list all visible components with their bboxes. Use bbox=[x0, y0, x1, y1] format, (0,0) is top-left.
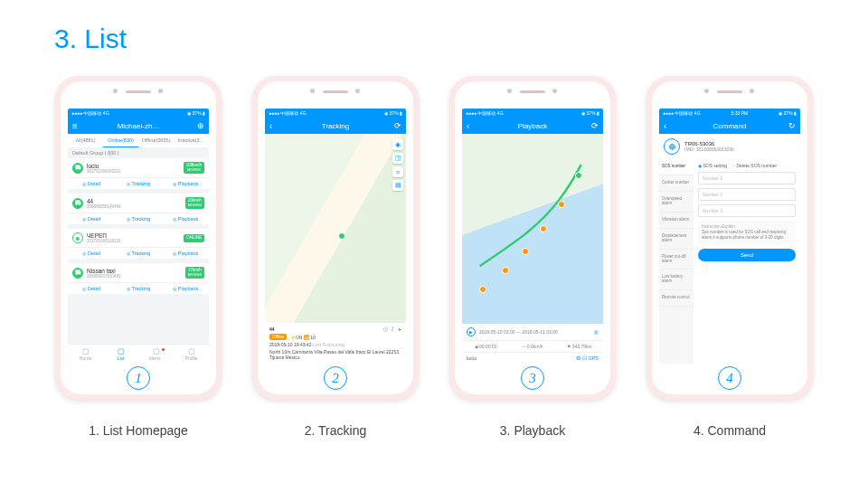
number-3-input[interactable]: Number 3 bbox=[698, 204, 796, 217]
sidebar-item-overspeed[interactable]: Overspeed alarm bbox=[659, 192, 693, 213]
detail-button[interactable]: Detail bbox=[68, 213, 115, 224]
send-button[interactable]: Send bbox=[698, 249, 796, 261]
car-icon: ⛟ bbox=[72, 268, 83, 279]
number-1-input[interactable]: Number 1 bbox=[698, 172, 796, 184]
detail-button[interactable]: Detail bbox=[68, 248, 115, 259]
street-icon[interactable]: ▤ bbox=[392, 180, 403, 191]
share-icon[interactable]: ⤴ bbox=[392, 326, 394, 332]
status-tabs: All(4881) Online(830) Offline(2055) Inac… bbox=[68, 134, 209, 147]
route-start bbox=[575, 172, 582, 179]
screen-command: ●●●● 中国移动 4G5:33 PM◉ 37% ▮ ‹ Command ↻ ☸… bbox=[659, 109, 800, 364]
offline-badge: Offline bbox=[269, 334, 287, 340]
sidebar-item-sos[interactable]: SOS number bbox=[659, 159, 693, 175]
home-button-4[interactable]: 4 bbox=[718, 366, 741, 390]
history-icon[interactable]: ↻ bbox=[788, 121, 796, 130]
map-view[interactable] bbox=[462, 134, 603, 324]
bottom-nav: Home List Alerts Profile bbox=[68, 344, 209, 364]
detail-button[interactable]: Detail bbox=[68, 283, 115, 294]
header-title: Playback bbox=[518, 122, 547, 130]
tab-all[interactable]: All(4881) bbox=[68, 134, 103, 147]
item-name: lucio353701090042331 bbox=[87, 163, 180, 174]
caption-3: 3. Playback bbox=[500, 423, 565, 438]
layers-icon[interactable]: ◫ bbox=[392, 153, 403, 164]
info-icon[interactable]: ⓘ bbox=[383, 326, 388, 332]
playback-button[interactable]: Playback bbox=[162, 178, 209, 189]
status-badge: 108km/hMOVING bbox=[184, 162, 204, 174]
back-icon[interactable]: ‹ bbox=[467, 121, 469, 131]
sidebar-item-lowbatt[interactable]: Low battery alarm bbox=[659, 270, 693, 290]
caption-2: 2. Tracking bbox=[305, 423, 366, 438]
map-pin[interactable] bbox=[338, 232, 345, 240]
stat-time: ◉ 00:00:00 bbox=[462, 344, 509, 349]
phone-frame-2: ●●●● 中国移动 4G◉ 37% ▮ ‹ Tracking ⟳ ◉ ◫ ≡ ▤ bbox=[252, 76, 419, 400]
radio-delete-sos[interactable]: Delete SOS number bbox=[732, 163, 777, 168]
tracking-button[interactable]: Tracking bbox=[115, 213, 162, 224]
screen-tracking: ●●●● 中国移动 4G◉ 37% ▮ ‹ Tracking ⟳ ◉ ◫ ≡ ▤ bbox=[265, 109, 406, 364]
list-item[interactable]: ☻ ЧЕРЕП353701093128136 ONLINE Detail Tra… bbox=[68, 229, 209, 259]
tab-offline[interactable]: Offline(2055) bbox=[138, 134, 174, 147]
sidebar-item-powercut[interactable]: Power cut-off alarm bbox=[659, 250, 693, 270]
nav-alerts[interactable]: Alerts bbox=[138, 345, 174, 364]
group-header[interactable]: Default Group ( 830 ) bbox=[68, 147, 209, 158]
command-form: SOS setting Delete SOS number Number 1 N… bbox=[693, 159, 800, 364]
sidebar-item-center[interactable]: Center number bbox=[659, 175, 693, 192]
nav-profile[interactable]: Profile bbox=[174, 345, 209, 364]
nav-home[interactable]: Home bbox=[68, 345, 103, 364]
nav-icon[interactable]: ➤ bbox=[398, 326, 401, 332]
tracking-button[interactable]: Tracking bbox=[115, 178, 162, 189]
home-button-3[interactable]: 3 bbox=[521, 366, 544, 390]
screen-list: ●●●● 中国移动 4G◉ 37% ▮ ≡ Michael-zh… ⊕ All(… bbox=[68, 109, 209, 364]
list-item[interactable]: ⛟ 44358899058149489 20km/hMOVING Detail … bbox=[68, 194, 209, 224]
tab-inactive[interactable]: Inactive(3… bbox=[174, 134, 209, 147]
tracking-button[interactable]: Tracking bbox=[115, 283, 162, 294]
playback-button[interactable]: Playback bbox=[162, 283, 209, 294]
play-button[interactable]: ▶ bbox=[467, 327, 476, 336]
phone-frame-4: ●●●● 中国移动 4G5:33 PM◉ 37% ▮ ‹ Command ↻ ☸… bbox=[646, 76, 813, 400]
caption-4: 4. Command bbox=[693, 423, 766, 438]
radio-sos-setting[interactable]: SOS setting bbox=[698, 163, 727, 168]
list-item[interactable]: ⛟ Nissan taxi358899057810482 17km/hMOVIN… bbox=[68, 263, 209, 294]
traffic-icon[interactable]: ≡ bbox=[392, 166, 403, 177]
person-icon: ☻ bbox=[72, 232, 83, 243]
route-point bbox=[479, 286, 486, 293]
phone-frame-3: ●●●● 中国移动 4G◉ 37% ▮ ‹ Playback ⟳ bbox=[449, 76, 616, 400]
sidebar-item-displacement[interactable]: Displacement alarm bbox=[659, 229, 693, 250]
detail-button[interactable]: Detail bbox=[68, 178, 115, 189]
gps-toggle[interactable]: ⚙ ☑ GPS bbox=[576, 355, 599, 361]
home-button-2[interactable]: 2 bbox=[324, 366, 347, 390]
command-sidebar: SOS number Center number Overspeed alarm… bbox=[659, 159, 693, 364]
refresh-icon[interactable]: ⟳ bbox=[394, 121, 401, 130]
map-view[interactable]: ◉ ◫ ≡ ▤ bbox=[265, 134, 406, 323]
phone-row: ●●●● 中国移动 4G◉ 37% ▮ ≡ Michael-zh… ⊕ All(… bbox=[54, 76, 814, 438]
locate-icon[interactable]: ◉ bbox=[392, 139, 403, 150]
status-toggles: ⚡ON 📶 10 bbox=[290, 335, 316, 340]
back-icon[interactable]: ‹ bbox=[664, 121, 666, 131]
back-icon[interactable]: ‹ bbox=[269, 121, 272, 131]
tab-online[interactable]: Online(830) bbox=[103, 134, 138, 147]
address-text: North 10m,Carnicería Villa,Paseo del Val… bbox=[269, 349, 401, 360]
route-line bbox=[462, 134, 603, 293]
calendar-icon[interactable]: ▥ bbox=[594, 329, 599, 335]
add-icon[interactable]: ⊕ bbox=[197, 121, 204, 130]
time-range[interactable]: 2018-05-10 03:00 — 2018-05-11 03:00 bbox=[479, 329, 558, 335]
header-list: ≡ Michael-zh… ⊕ bbox=[68, 118, 209, 134]
steering-icon: ☸ bbox=[664, 138, 680, 155]
list-item[interactable]: ⛟ lucio353701090042331 108km/hMOVING Det… bbox=[68, 158, 209, 189]
device-name: 44 bbox=[269, 326, 275, 332]
sidebar-item-remote[interactable]: Remote control bbox=[659, 290, 693, 307]
tracking-button[interactable]: Tracking bbox=[115, 248, 162, 259]
menu-icon[interactable]: ≡ bbox=[72, 121, 78, 131]
options-icon[interactable]: ⟳ bbox=[591, 121, 599, 130]
sidebar-item-vibration[interactable]: Vibration alarm bbox=[659, 213, 693, 229]
home-button-1[interactable]: 1 bbox=[127, 366, 150, 390]
stat-distance: ⚑ 343.75km bbox=[556, 344, 603, 349]
device-name: lucio bbox=[467, 355, 476, 361]
page-title: 3. List bbox=[54, 24, 814, 54]
playback-button[interactable]: Playback bbox=[162, 248, 209, 259]
number-2-input[interactable]: Number 2 bbox=[698, 188, 796, 201]
nav-list[interactable]: List bbox=[103, 345, 138, 364]
stat-speed: ⤳ 0.0km/h bbox=[509, 344, 556, 349]
playback-button[interactable]: Playback bbox=[162, 213, 209, 224]
route-point bbox=[558, 201, 565, 208]
screen-playback: ●●●● 中国移动 4G◉ 37% ▮ ‹ Playback ⟳ bbox=[462, 109, 603, 364]
